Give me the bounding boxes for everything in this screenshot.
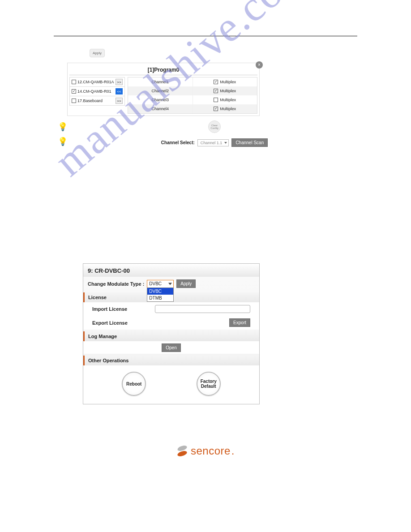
channel-name: Channel4 [128, 104, 193, 113]
modulate-type-select[interactable]: DVBC DVBC DTMB [147, 280, 174, 288]
checkbox-icon[interactable] [214, 80, 218, 84]
channel-table: Channel1 Multiplex Channel2 Multiplex Ch… [128, 77, 257, 114]
multiplex-label: Multiplex [220, 98, 236, 102]
channel-row: Channel4 Multiplex [128, 104, 257, 113]
channel-row: Channel1 Multiplex [128, 77, 257, 86]
factory-default-button[interactable]: Factory Default [197, 372, 221, 396]
open-log-button[interactable]: Open [162, 343, 180, 352]
source-list: 12.CM-QAMB-R01A >> 14.CM-QAMB-R01 << 17.… [69, 77, 125, 114]
channel-name: Channel1 [128, 77, 193, 86]
multiplex-label: Multiplex [220, 80, 236, 84]
logo-mark-icon [176, 445, 188, 457]
multiplex-label: Multiplex [220, 89, 236, 93]
checkbox-icon[interactable] [214, 107, 218, 111]
checkbox-icon[interactable] [72, 89, 76, 94]
move-right-button[interactable]: >> [116, 98, 123, 104]
checkbox-icon[interactable] [214, 89, 218, 93]
dialog-title: [1]Program0 [69, 65, 257, 75]
import-license-label: Import License [92, 306, 146, 312]
modulate-type-label: Change Modulate Type : [88, 281, 144, 287]
dropdown-option[interactable]: DTMB [147, 295, 173, 301]
channel-name: Channel2 [128, 86, 193, 95]
move-left-button[interactable]: << [116, 88, 123, 94]
channel-scan-button[interactable]: Channel Scan [231, 138, 268, 147]
lightbulb-icon: 💡 [54, 122, 72, 132]
modulate-type-value: DVBC [149, 281, 162, 286]
channel-select-label: Channel Select: [161, 140, 195, 145]
checkbox-icon[interactable] [214, 98, 218, 102]
brand-name: sencore [191, 445, 231, 457]
source-label: 17.Baseboard [77, 99, 103, 103]
other-operations-header: Other Operations [83, 356, 259, 365]
export-button[interactable]: Export [229, 318, 250, 327]
channel-select[interactable]: Channel 1.1 [197, 139, 229, 146]
reboot-button[interactable]: Reboot [122, 372, 146, 396]
dropdown-option[interactable]: DVBC [147, 288, 173, 295]
apply-button-small[interactable]: Apply [90, 49, 105, 57]
brand-logo: sencore. [176, 445, 235, 457]
import-license-input[interactable] [155, 305, 250, 313]
clear-config-button[interactable]: Clear Config [208, 120, 221, 133]
export-license-label: Export License [92, 320, 146, 326]
checkbox-icon[interactable] [72, 80, 76, 84]
lightbulb-icon: 💡 [54, 137, 72, 146]
system-title: 9: CR-DVBC-00 [83, 264, 259, 277]
multiplex-label: Multiplex [220, 107, 236, 111]
brand-dot: . [231, 445, 235, 457]
move-right-button[interactable]: >> [116, 79, 123, 85]
source-row[interactable]: 17.Baseboard >> [69, 96, 125, 106]
close-icon[interactable]: × [256, 61, 263, 69]
source-label: 12.CM-QAMB-R01A [77, 80, 114, 84]
source-row[interactable]: 12.CM-QAMB-R01A >> [69, 77, 125, 87]
program-dialog: × [1]Program0 12.CM-QAMB-R01A >> 14.CM-Q… [67, 63, 260, 116]
modulate-dropdown: DVBC DTMB [147, 287, 174, 302]
channel-row: Channel3 Multiplex [128, 95, 257, 104]
channel-name: Channel3 [128, 95, 193, 104]
apply-button[interactable]: Apply [176, 279, 196, 288]
channel-row: Channel2 Multiplex [128, 86, 257, 95]
checkbox-icon[interactable] [72, 99, 76, 103]
source-row[interactable]: 14.CM-QAMB-R01 << [69, 86, 125, 96]
source-label: 14.CM-QAMB-R01 [77, 89, 111, 94]
system-panel: 9: CR-DVBC-00 Change Modulate Type : DVB… [83, 263, 260, 404]
footer: sencore. [54, 445, 357, 476]
log-manage-header: Log Manage [83, 331, 259, 341]
